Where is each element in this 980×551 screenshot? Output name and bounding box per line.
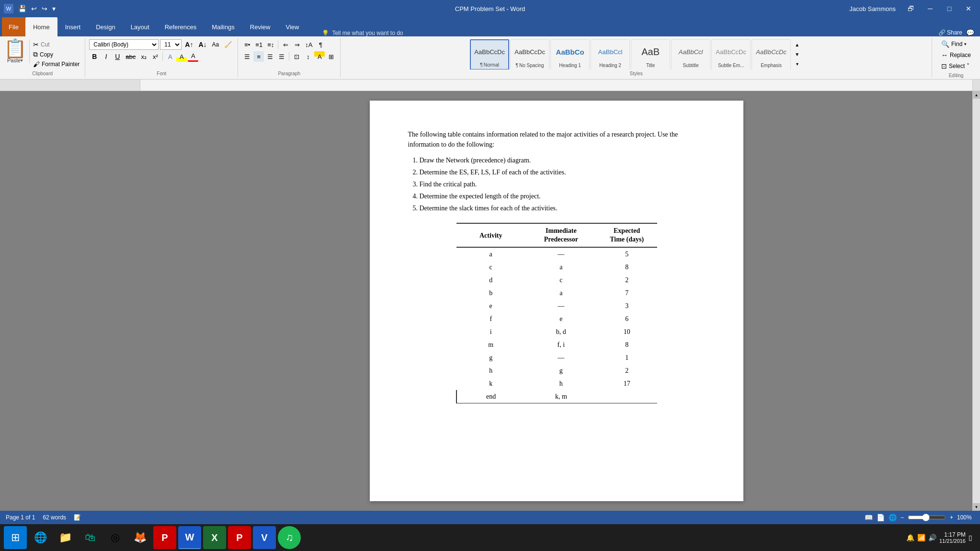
cut-button[interactable]: ✂ Cut (32, 40, 81, 49)
show-marks-button[interactable]: ¶ (315, 39, 326, 50)
style-no-spacing[interactable]: AaBbCcDc ¶ No Spacing (510, 39, 549, 69)
vertical-scrollbar[interactable]: ▲ ▼ (972, 91, 980, 511)
increase-indent-button[interactable]: ⇒ (292, 39, 302, 50)
grow-font-button[interactable]: A↑ (183, 39, 195, 50)
shading-button[interactable]: A (314, 51, 325, 62)
taskbar-excel-button[interactable]: X (203, 526, 226, 549)
paste-button[interactable]: 📋 Paste▾ (4, 39, 30, 63)
font-family-select[interactable]: Calibri (Body) (89, 39, 159, 50)
styles-group: AaBbCcDc ¶ Normal AaBbCcDc ¶ No Spacing … (341, 38, 932, 77)
sort-button[interactable]: ↕A (303, 39, 314, 50)
taskbar-explorer-button[interactable]: 📁 (54, 526, 77, 549)
maximize-button[interactable]: □ (942, 2, 957, 15)
document-title: CPM Problem Set - Word (455, 5, 525, 12)
taskbar-powerpoint-button[interactable]: P (153, 526, 176, 549)
document-scroll-area[interactable]: The following table contains information… (140, 91, 972, 511)
scroll-down-button[interactable]: ▼ (973, 503, 980, 511)
tab-insert[interactable]: Insert (57, 17, 89, 36)
style-heading1[interactable]: AaBbCo Heading 1 (550, 39, 590, 69)
taskbar-store-button[interactable]: 🛍 (79, 526, 102, 549)
text-effect-button[interactable]: A (165, 51, 175, 62)
copy-button[interactable]: ⧉ Copy (32, 50, 81, 59)
taskbar-spotify-button[interactable]: ♫ (278, 526, 301, 549)
justify-button[interactable]: ☰ (276, 51, 287, 62)
print-layout-button[interactable]: 📄 (877, 514, 885, 521)
taskbar-visio-button[interactable]: V (253, 526, 276, 549)
style-subtitle[interactable]: AaBbCcl Subtitle (671, 39, 710, 69)
paragraph-group: ≡• ≡1 ≡↕ ⇐ ⇒ ↕A ¶ ☰ ≡ ☰ ☰ ⊡ ↕ (238, 38, 341, 77)
undo-button[interactable]: ↩ (29, 4, 39, 13)
bold-button[interactable]: B (89, 51, 100, 62)
style-heading2[interactable]: AaBbCcl Heading 2 (591, 39, 630, 69)
redo-button[interactable]: ↪ (40, 4, 49, 13)
style-emphasis[interactable]: AaBbCcDc Emphasis (752, 39, 791, 69)
tab-view[interactable]: View (278, 17, 307, 36)
tab-file[interactable]: File (2, 17, 25, 36)
minimize-button[interactable]: ─ (923, 2, 938, 15)
find-button[interactable]: 🔍 Find ▾ (939, 39, 973, 49)
tab-review[interactable]: Review (242, 17, 278, 36)
taskbar-ie-button[interactable]: 🌐 (29, 526, 52, 549)
style-title[interactable]: AaB Title (631, 39, 670, 69)
align-right-button[interactable]: ☰ (265, 51, 275, 62)
superscript-button[interactable]: x² (150, 51, 160, 62)
tab-references[interactable]: References (157, 17, 204, 36)
underline-button[interactable]: U (112, 51, 123, 62)
taskbar-word-button[interactable]: W (178, 526, 201, 549)
change-case-button[interactable]: Aa (210, 39, 221, 50)
shrink-font-button[interactable]: A↓ (196, 39, 208, 50)
read-mode-button[interactable]: 📖 (865, 514, 873, 521)
web-layout-button[interactable]: 🌐 (889, 514, 897, 521)
show-desktop-button[interactable]: ▯ (969, 534, 972, 541)
tab-design[interactable]: Design (88, 17, 123, 36)
format-painter-button[interactable]: 🖌 Format Painter (32, 60, 81, 69)
styles-scroll-down[interactable]: ▼ (792, 50, 802, 59)
multilevel-list-button[interactable]: ≡↕ (265, 39, 276, 50)
line-spacing-button[interactable]: ↕ (303, 51, 313, 62)
tab-mailings[interactable]: Mailings (204, 17, 242, 36)
quick-access-dropdown[interactable]: ▾ (50, 4, 57, 13)
zoom-slider[interactable] (908, 514, 946, 521)
clear-formatting-button[interactable]: 🧹 (222, 39, 234, 50)
clock-display[interactable]: 1:17 PM 11/21/2016 (939, 531, 966, 544)
font-size-select[interactable]: 11 (160, 39, 182, 50)
network-icon[interactable]: 📶 (917, 534, 925, 541)
save-button[interactable]: 💾 (16, 4, 28, 13)
tab-home[interactable]: Home (25, 17, 57, 36)
bullets-button[interactable]: ≡• (242, 39, 252, 50)
styles-scroll-up[interactable]: ▲ (792, 40, 802, 50)
volume-icon[interactable]: 🔊 (928, 534, 936, 541)
taskbar-firefox-button[interactable]: 🦊 (128, 526, 151, 549)
comments-button[interactable]: 💬 (966, 29, 974, 36)
start-button[interactable]: ⊞ (4, 526, 27, 549)
taskbar-chrome-button[interactable]: ◎ (103, 526, 126, 549)
style-subtle-em[interactable]: AaBbCcDc Subtle Em... (711, 39, 751, 69)
font-group: Calibri (Body) 11 A↑ A↓ Aa 🧹 B I U abc x… (85, 38, 238, 77)
notification-icon[interactable]: 🔔 (906, 534, 914, 541)
styles-more[interactable]: ▾ (792, 59, 802, 69)
borders-button[interactable]: ⊞ (326, 51, 336, 62)
columns-button[interactable]: ⊡ (291, 51, 302, 62)
subscript-button[interactable]: x₂ (138, 51, 149, 62)
align-left-button[interactable]: ☰ (242, 51, 252, 62)
share-button[interactable]: 🔗 Share (938, 29, 962, 36)
tell-me-input[interactable]: 💡 Tell me what you want to do (316, 30, 409, 36)
title-bar-left: W 💾 ↩ ↪ ▾ (4, 4, 57, 13)
numbering-button[interactable]: ≡1 (253, 39, 264, 50)
table-row: f e 6 (456, 312, 657, 325)
italic-button[interactable]: I (101, 51, 111, 62)
replace-button[interactable]: ↔ Replace (939, 50, 973, 60)
restore-button[interactable]: 🗗 (903, 2, 919, 15)
strikethrough-button[interactable]: abc (124, 51, 137, 62)
font-color-button[interactable]: A (188, 51, 198, 62)
style-normal[interactable]: AaBbCcDc ¶ Normal (470, 39, 509, 69)
decrease-indent-button[interactable]: ⇐ (280, 39, 291, 50)
select-button[interactable]: ⊡ Select ˅ (939, 61, 973, 71)
tab-layout[interactable]: Layout (123, 17, 157, 36)
taskbar-project-button[interactable]: P (228, 526, 251, 549)
text-highlight-button[interactable]: A (176, 51, 187, 62)
align-center-button[interactable]: ≡ (253, 51, 264, 62)
close-button[interactable]: ✕ (961, 2, 976, 15)
proofing-icon[interactable]: 📝 (74, 514, 81, 521)
scroll-up-button[interactable]: ▲ (973, 91, 980, 99)
